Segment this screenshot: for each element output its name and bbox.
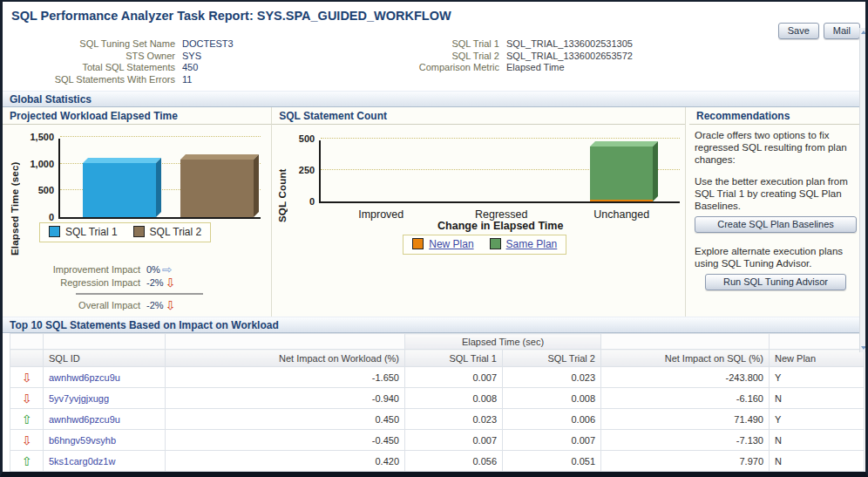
- regression-impact-label: Regression Impact: [3, 277, 140, 288]
- bar-segment: [180, 160, 254, 217]
- trial1-column-header[interactable]: SQL Trial 1: [405, 350, 503, 367]
- sql-id-link[interactable]: awnhwd6pzcu9u: [49, 414, 120, 425]
- group-header-spacer: [10, 334, 44, 350]
- overall-impact-label: Overall Impact: [3, 300, 140, 310]
- create-sql-plan-baselines-button[interactable]: Create SQL Plan Baselines: [695, 216, 857, 233]
- sql-id-link[interactable]: awnhwd6pzcu9u: [49, 372, 120, 383]
- vertical-scrollbar[interactable]: [859, 28, 865, 352]
- field-value: DOCTEST3: [182, 38, 234, 51]
- field-value: SQL_TRIAL_1336002531305: [506, 38, 633, 51]
- field-label: SQL Statements With Errors: [3, 74, 175, 86]
- net-impact-workload-cell: -0.940: [372, 393, 399, 404]
- net-impact-sql-cell-container: -243.800: [601, 367, 770, 388]
- recommendations-paragraph-3: Explore alternate execution plans using …: [695, 245, 857, 269]
- net-impact-workload-cell: -0.450: [372, 435, 399, 446]
- chart2-y-axis-title: SQL Count: [277, 144, 288, 222]
- mail-button[interactable]: Mail: [824, 23, 860, 39]
- net-impact-workload-cell: 0.420: [375, 456, 399, 467]
- trial2-elapsed-cell-container: 0.051: [503, 451, 601, 472]
- trial1-elapsed-cell-container: 0.056: [405, 451, 503, 472]
- legend-item: SQL Trial 2: [133, 226, 202, 238]
- chart1-plot-area: 05001,0001,500: [58, 139, 261, 219]
- overall-impact-value: -2%: [146, 300, 164, 310]
- trial1-elapsed-cell: 0.008: [472, 393, 497, 404]
- group-header-spacer: [44, 334, 166, 350]
- net-impact-workload-column-header[interactable]: Net Impact on Workload (%): [166, 350, 405, 367]
- bar-sql-trial-1: [83, 163, 156, 217]
- bar-top-face: [590, 141, 658, 147]
- legend-swatch-icon: [49, 226, 60, 237]
- field-value: 11: [182, 74, 192, 86]
- sql-id-link-container: awnhwd6pzcu9u: [44, 409, 166, 430]
- improvement-impact-row: Improvement Impact 0% ⇨: [3, 262, 271, 276]
- summary-left-column: SQL Tuning Set NameDOCTEST3STS OwnerSYST…: [3, 38, 405, 91]
- legend-label: SQL Trial 1: [65, 226, 118, 238]
- legend-swatch-icon: [412, 238, 424, 249]
- trend-down-icon: ⇩: [22, 433, 32, 447]
- projected-workload-panel: Projected Workload Elapsed Time Elapsed …: [3, 107, 272, 317]
- bar-top-face: [83, 158, 161, 163]
- improvement-impact-label: Improvement Impact: [3, 264, 140, 275]
- run-sql-tuning-advisor-button[interactable]: Run SQL Tuning Advisor: [705, 274, 846, 290]
- scroll-down-icon[interactable]: [861, 346, 866, 350]
- recommendations-paragraph-2: Use the better execution plan from SQL T…: [695, 175, 857, 212]
- net-impact-sql-cell-container: -6.160: [601, 388, 770, 409]
- legend-label: SQL Trial 2: [150, 226, 202, 238]
- chart2-x-axis-title: Change in Elapsed Time: [437, 220, 563, 232]
- trial1-elapsed-cell-container: 0.007: [405, 430, 503, 451]
- trial2-column-header[interactable]: SQL Trial 2: [503, 350, 601, 367]
- y-tick-label: 0: [49, 212, 54, 222]
- new-plan-cell-container: N: [770, 430, 865, 451]
- new-plan-cell-container: Y: [770, 367, 865, 388]
- sql-id-link[interactable]: b6hngv59vsyhb: [49, 435, 116, 446]
- sql-statement-count-panel: SQL Statement Count SQL Count 0250500Imp…: [272, 107, 686, 317]
- x-category-label: Improved: [358, 208, 403, 221]
- y-tick-label: 1,500: [30, 132, 54, 142]
- save-button[interactable]: Save: [778, 23, 819, 39]
- table-header-row: SQL ID Net Impact on Workload (%) SQL Tr…: [10, 350, 865, 367]
- page-title: SQL Performance Analyzer Task Report: SY…: [11, 9, 451, 23]
- summary-field-row: SQL Trial 2SQL_TRIAL_1336002653572: [405, 51, 824, 63]
- regression-impact-row: Regression Impact -2% ⇩: [3, 276, 271, 289]
- trial2-elapsed-cell: 0.006: [571, 414, 595, 425]
- group-header-spacer: [601, 334, 770, 350]
- trend-down-icon-container: ⇩: [10, 430, 44, 451]
- net-impact-workload-cell-container: 0.420: [166, 451, 405, 472]
- recommendations-panel: Recommendations Oracle offers two option…: [686, 107, 865, 317]
- overall-impact-arrow-icon: ⇩: [166, 300, 176, 310]
- elapsed-time-group-header: Elapsed Time (sec): [405, 334, 601, 350]
- sql-id-link[interactable]: 5yv7yvjgjxugg: [49, 393, 109, 404]
- legend-swatch-icon: [133, 226, 145, 237]
- table-row: ⇧5ks1carg0dz1w0.4200.0560.0517.970N: [10, 451, 865, 472]
- legend-label[interactable]: Same Plan: [506, 238, 558, 250]
- sql-id-link[interactable]: 5ks1carg0dz1w: [49, 456, 115, 467]
- sql-id-column-header[interactable]: SQL ID: [44, 350, 166, 367]
- sql-id-link-container: awnhwd6pzcu9u: [44, 367, 166, 388]
- new-plan-cell: N: [775, 456, 782, 467]
- trial2-elapsed-cell-container: 0.006: [503, 409, 601, 430]
- summary-field-row: Comparison MetricElapsed Time: [405, 62, 824, 74]
- y-tick-label: 0: [309, 196, 315, 207]
- legend-label[interactable]: New Plan: [429, 238, 473, 250]
- field-label: SQL Tuning Set Name: [3, 38, 175, 51]
- field-label: Total SQL Statements: [3, 62, 175, 74]
- field-value: Elapsed Time: [506, 62, 565, 74]
- recommendations-paragraph-1: Oracle offers two options to fix regress…: [695, 129, 857, 166]
- field-label: SQL Trial 2: [405, 51, 499, 63]
- group-header-spacer: [166, 334, 405, 350]
- global-statistics-title: Global Statistics: [10, 93, 92, 106]
- table-group-header-row: Elapsed Time (sec): [10, 334, 865, 350]
- trial1-elapsed-cell-container: 0.008: [405, 388, 503, 409]
- y-tick-label: 500: [299, 133, 315, 144]
- summary-field-row: Total SQL Statements450: [3, 62, 405, 74]
- regression-impact-arrow-icon: ⇩: [166, 277, 176, 288]
- net-impact-sql-column-header[interactable]: Net Impact on SQL (%): [601, 350, 770, 367]
- gridline: [60, 136, 261, 137]
- recommendations-title: Recommendations: [689, 107, 862, 125]
- legend-item: New Plan: [412, 238, 473, 250]
- top-sql-title: Top 10 SQL Statements Based on Impact on…: [10, 319, 279, 331]
- bar-side-face: [254, 154, 259, 217]
- new-plan-column-header[interactable]: New Plan: [770, 350, 865, 367]
- sql-id-link-container: 5ks1carg0dz1w: [44, 451, 166, 472]
- scroll-up-icon[interactable]: [861, 31, 866, 34]
